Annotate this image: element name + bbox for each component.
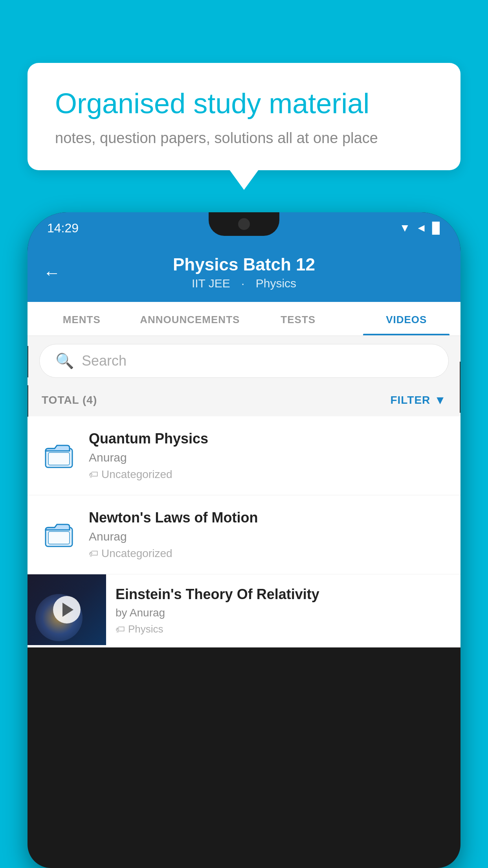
search-icon: 🔍 bbox=[55, 352, 74, 370]
svg-rect-3 bbox=[48, 531, 70, 544]
header-subtitle: IIT JEE · Physics bbox=[43, 277, 445, 290]
status-bar: 14:29 ▼ ◄ ▉ bbox=[28, 212, 460, 244]
play-button[interactable] bbox=[53, 596, 81, 623]
tag-icon: 🏷 bbox=[89, 469, 98, 480]
status-icons: ▼ ◄ ▉ bbox=[400, 222, 441, 235]
search-input[interactable]: 🔍 Search bbox=[39, 344, 449, 378]
signal-icon: ◄ bbox=[416, 222, 427, 234]
folder-icon bbox=[42, 517, 77, 552]
filter-button[interactable]: FILTER ▼ bbox=[390, 394, 446, 407]
video-author: by Anurag bbox=[116, 607, 449, 619]
volume-up-button[interactable] bbox=[28, 346, 28, 377]
tab-announcements[interactable]: ANNOUNCEMENTS bbox=[136, 302, 244, 335]
back-button[interactable]: ← bbox=[43, 263, 61, 283]
tabs-bar: MENTS ANNOUNCEMENTS TESTS VIDEOS bbox=[28, 302, 460, 336]
video-tag: 🏷 Physics bbox=[116, 623, 449, 635]
video-list: Quantum Physics Anurag 🏷 Uncategorized N… bbox=[28, 416, 460, 647]
power-button[interactable] bbox=[460, 362, 460, 413]
video-tag: 🏷 Uncategorized bbox=[89, 547, 446, 560]
header-tag2: Physics bbox=[256, 277, 296, 290]
tag-icon: 🏷 bbox=[116, 624, 125, 635]
list-item[interactable]: Newton's Laws of Motion Anurag 🏷 Uncateg… bbox=[28, 495, 460, 574]
list-item[interactable]: Quantum Physics Anurag 🏷 Uncategorized bbox=[28, 416, 460, 495]
speech-bubble: Organised study material notes, question… bbox=[28, 63, 460, 170]
wifi-icon: ▼ bbox=[400, 222, 411, 234]
video-title: Quantum Physics bbox=[89, 430, 446, 447]
status-time: 14:29 bbox=[47, 221, 79, 235]
video-info: Einstein's Theory Of Relativity by Anura… bbox=[106, 574, 460, 647]
tag-label: Physics bbox=[128, 623, 163, 635]
svg-rect-1 bbox=[48, 452, 70, 465]
video-author: Anurag bbox=[89, 451, 446, 464]
video-thumbnail bbox=[28, 574, 106, 645]
video-title: Newton's Laws of Motion bbox=[89, 509, 446, 526]
tab-ments[interactable]: MENTS bbox=[28, 302, 136, 335]
filter-icon: ▼ bbox=[434, 394, 446, 407]
search-placeholder: Search bbox=[82, 353, 127, 369]
video-tag: 🏷 Uncategorized bbox=[89, 468, 446, 481]
tag-label: Uncategorized bbox=[101, 547, 172, 560]
video-info: Newton's Laws of Motion Anurag 🏷 Uncateg… bbox=[89, 509, 446, 560]
bubble-subtitle: notes, question papers, solutions all at… bbox=[55, 130, 433, 147]
header-title: Physics Batch 12 bbox=[43, 255, 445, 274]
folder-icon bbox=[42, 438, 77, 473]
total-label: TOTAL (4) bbox=[42, 394, 97, 406]
filter-label: FILTER bbox=[390, 394, 430, 406]
search-bar-container: 🔍 Search bbox=[28, 336, 460, 386]
tab-videos[interactable]: VIDEOS bbox=[352, 302, 461, 335]
battery-icon: ▉ bbox=[432, 222, 441, 235]
tag-label: Uncategorized bbox=[101, 468, 172, 481]
bubble-title: Organised study material bbox=[55, 86, 433, 120]
header-tag1: IIT JEE bbox=[192, 277, 230, 290]
play-icon bbox=[62, 603, 73, 617]
list-item[interactable]: Einstein's Theory Of Relativity by Anura… bbox=[28, 574, 460, 647]
video-title: Einstein's Theory Of Relativity bbox=[116, 586, 449, 603]
tab-tests[interactable]: TESTS bbox=[244, 302, 352, 335]
tag-icon: 🏷 bbox=[89, 548, 98, 559]
header-separator: · bbox=[241, 277, 248, 290]
video-info: Quantum Physics Anurag 🏷 Uncategorized bbox=[89, 430, 446, 481]
phone-frame: 14:29 ▼ ◄ ▉ ← Physics Batch 12 IIT JEE ·… bbox=[28, 212, 460, 868]
notch bbox=[209, 212, 279, 236]
camera bbox=[238, 218, 250, 230]
app-header: ← Physics Batch 12 IIT JEE · Physics bbox=[28, 244, 460, 302]
volume-down-button[interactable] bbox=[28, 385, 28, 417]
total-filter-row: TOTAL (4) FILTER ▼ bbox=[28, 386, 460, 416]
video-author: Anurag bbox=[89, 530, 446, 543]
